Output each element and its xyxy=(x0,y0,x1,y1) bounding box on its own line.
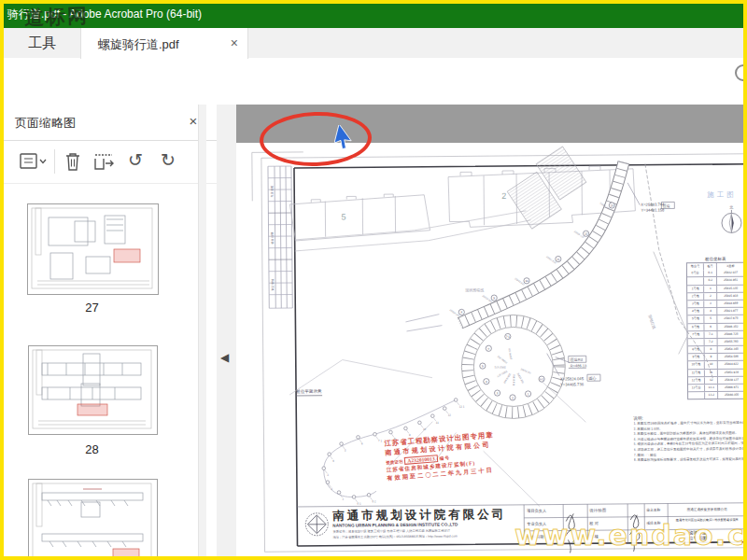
insert-pages-icon[interactable] xyxy=(92,150,115,173)
page-thumbnail-29[interactable] xyxy=(28,479,158,560)
svg-text:11: 11 xyxy=(557,258,559,261)
svg-text:0-1: 0-1 xyxy=(540,377,544,381)
svg-text:11: 11 xyxy=(436,421,439,425)
boundary-label: 用地红线 xyxy=(647,314,656,329)
panel-gutter: ◀ xyxy=(217,105,236,560)
center-coord-y: Y=34465.736 xyxy=(560,382,585,386)
watermark-top-left: 道标网 xyxy=(24,3,90,31)
svg-text:7-1: 7-1 xyxy=(506,335,511,339)
ramp-tag: 匝道Rd xyxy=(571,357,583,362)
svg-text:25846.725: 25846.725 xyxy=(507,347,513,359)
document-area[interactable]: 5 2 X=25883.744 Y=34481.158 匝道 匝道Rd R=48… xyxy=(236,105,747,560)
svg-text:1: 1 xyxy=(343,497,345,501)
notification-icon[interactable] xyxy=(734,63,747,88)
tab-document[interactable]: 螺旋骑行道.pdf × xyxy=(80,28,248,59)
drawing-linework: 5 2 X=25883.744 Y=34481.158 匝道 匝道Rd R=48… xyxy=(236,139,747,557)
svg-text:25815.330: 25815.330 xyxy=(516,372,526,385)
coordinate-table-body: 0号台0-125832.0370-225834.8611号墩125815.330… xyxy=(687,270,745,399)
panel-header: 页面缩略图 × xyxy=(0,105,217,141)
svg-text:25832.037: 25832.037 xyxy=(520,367,532,375)
start-tag: 匝道 xyxy=(663,203,670,208)
svg-text:0-1: 0-1 xyxy=(358,501,362,505)
collapse-panel-icon[interactable]: ◀ xyxy=(220,351,229,364)
pile-plan-title: 桩位平面示意 xyxy=(295,388,322,395)
center-tag: 圆心 xyxy=(588,376,596,381)
north-label: 北 xyxy=(729,204,733,209)
tab-bar: 工具 螺旋骑行道.pdf × xyxy=(0,28,747,59)
svg-text:13: 13 xyxy=(611,203,614,207)
notes-block: 说明: 1. 本图采用1985国家高程基准，图中尺寸均以米为单位，坐标采用当地城… xyxy=(633,415,746,464)
svg-text:12: 12 xyxy=(585,231,588,235)
svg-text:3: 3 xyxy=(327,473,329,477)
svg-text:12: 12 xyxy=(448,413,452,417)
main-toolbar: ☆ / 36 35.6% ▼ xyxy=(0,58,747,105)
svg-text:25846.352: 25846.352 xyxy=(496,355,508,365)
stamp-cert-label: 资质证书 xyxy=(386,459,403,465)
owner-value: 南通汇通投资开发有限公司 xyxy=(669,508,745,512)
owner-label: 业主名称 xyxy=(646,508,660,512)
mouse-cursor xyxy=(334,125,360,159)
pdf-page: 5 2 X=25883.744 Y=34481.158 匝道 匝道Rd R=48… xyxy=(236,143,747,560)
rotate-left-icon[interactable]: ↺ xyxy=(124,150,147,173)
north-arrow-icon xyxy=(722,210,741,233)
ramp-radius: R=486.13 xyxy=(571,363,587,368)
svg-text:7-1: 7-1 xyxy=(378,439,383,442)
svg-text:审定 审核: 审定 审核 xyxy=(271,279,275,291)
sidebar-scrollbar[interactable] xyxy=(198,105,206,560)
thumbnails-panel: 页面缩略图 × ↺ ↻ xyxy=(0,105,218,560)
page-thumbnail-27[interactable] xyxy=(27,203,159,295)
svg-text:5: 5 xyxy=(345,449,346,453)
acrobat-window: 骑行道.pdf - Adobe Acrobat Pro (64-bit) 道标网… xyxy=(0,0,747,560)
tab-close-icon[interactable]: × xyxy=(231,35,238,50)
building-2-label: 2 xyxy=(501,191,506,201)
svg-text:10: 10 xyxy=(423,427,427,431)
thumbnail-27-label: 27 xyxy=(27,301,157,315)
svg-text:6: 6 xyxy=(361,441,363,445)
delete-pages-icon[interactable] xyxy=(62,150,84,173)
stamp-serial-label: 编 号 xyxy=(439,455,449,461)
rotate-right-icon[interactable]: ↻ xyxy=(157,150,179,173)
svg-text:25837.675: 25837.675 xyxy=(494,365,506,369)
page-thumbnail-28[interactable] xyxy=(28,345,158,435)
thumbnail-28-label: 28 xyxy=(28,442,156,456)
svg-text:4: 4 xyxy=(332,459,334,463)
panel-title: 页面缩略图 xyxy=(15,115,76,132)
wall-label: 现状围墙线 xyxy=(465,287,484,292)
title-bar: 骑行道.pdf - Adobe Acrobat Pro (64-bit) xyxy=(0,0,747,28)
svg-text:13-1: 13-1 xyxy=(459,404,465,408)
panel-toolbar-separator xyxy=(54,149,55,174)
svg-text:2: 2 xyxy=(331,487,332,491)
tab-document-label: 螺旋骑行道.pdf xyxy=(98,36,179,53)
svg-text:25815.918: 25815.918 xyxy=(512,374,515,386)
start-coord-y: Y=34481.158 xyxy=(641,208,665,213)
svg-text:签名 日期: 签名 日期 xyxy=(271,232,275,245)
start-coord-x: X=25883.744 xyxy=(641,203,665,207)
center-coord-x: X=25824.045 xyxy=(560,376,585,381)
pile-coordinate-table: 桩位坐标表 墩台号桩号X坐标 0号台0-125832.0370-225834.8… xyxy=(686,257,746,400)
notes-title: 说明: xyxy=(633,415,746,421)
main-area: 页面缩略图 × ↺ ↻ xyxy=(0,105,747,560)
svg-text:10: 10 xyxy=(525,279,529,283)
watermark-bottom: www.endao.com xyxy=(514,519,747,552)
tab-tools[interactable]: 工具 xyxy=(4,28,80,58)
institute-logo xyxy=(305,513,328,536)
svg-text:专业 会签: 专业 会签 xyxy=(270,186,274,198)
coordinate-table-title: 桩位坐标表 xyxy=(686,257,745,262)
thumbnail-options-icon[interactable] xyxy=(19,150,41,173)
drawing-sheet: 5 2 X=25883.744 Y=34481.158 匝道 匝道Rd R=48… xyxy=(236,139,747,557)
notes-lines: 1. 本图采用1985国家高程基准，图中尺寸均以米为单位，坐标采用当地城市坐标系… xyxy=(633,421,746,464)
svg-text:0-2: 0-2 xyxy=(373,499,377,503)
building-5-label: 5 xyxy=(341,213,345,222)
construction-drawing-stamp: 施工图 xyxy=(707,190,737,200)
panel-toolbar: ↺ ↻ xyxy=(0,140,217,184)
